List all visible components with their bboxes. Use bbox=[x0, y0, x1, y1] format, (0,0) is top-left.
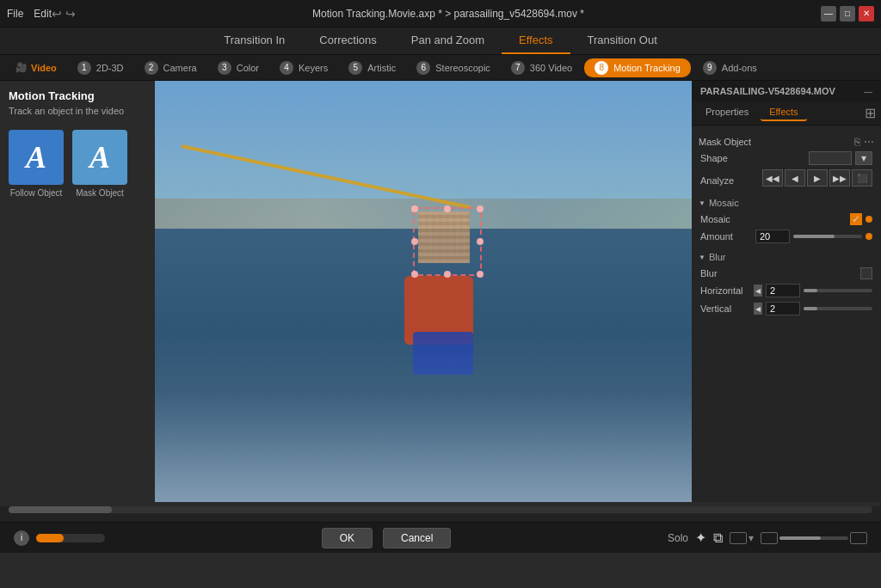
amount-slider[interactable] bbox=[793, 235, 862, 238]
close-button[interactable]: ✕ bbox=[859, 6, 874, 21]
add-effect-icon[interactable]: ⊞ bbox=[865, 105, 876, 121]
properties-tab[interactable]: Properties bbox=[697, 105, 757, 121]
mask-copy-icon[interactable]: ⎘ bbox=[854, 136, 860, 148]
blur-row: Blur bbox=[699, 267, 874, 279]
mask-object-row: Mask Object ⎘ ⋯ bbox=[699, 132, 874, 151]
mask-options-icon[interactable]: ⋯ bbox=[864, 136, 874, 148]
menu-edit[interactable]: Edit bbox=[34, 8, 52, 20]
amount-keyframe-dot[interactable] bbox=[866, 233, 872, 240]
tab-pan-zoom[interactable]: Pan and Zoom bbox=[394, 28, 502, 54]
vertical-decrement[interactable]: ◀ bbox=[754, 303, 762, 315]
progress-track[interactable] bbox=[36, 534, 105, 542]
main-content: Motion Tracking Track an object in the v… bbox=[0, 81, 881, 502]
shape-dropdown[interactable]: ▾ bbox=[855, 151, 872, 165]
effects-tab-color[interactable]: 3 Color bbox=[209, 58, 268, 77]
tracking-dot-bm bbox=[444, 271, 451, 278]
vertical-value: ◀ bbox=[754, 302, 872, 315]
right-panel-content: Mask Object ⎘ ⋯ Shape ▾ Analyze ◀◀ ◀ bbox=[692, 126, 881, 502]
amount-label: Amount bbox=[700, 231, 733, 242]
horizontal-input[interactable] bbox=[766, 284, 800, 297]
top-navigation: Transition In Corrections Pan and Zoom E… bbox=[0, 28, 881, 55]
menu-bar: File Edit bbox=[7, 8, 52, 20]
bottom-bar: i OK Cancel Solo ✦ ⧉ ▾ bbox=[0, 522, 881, 553]
mosaic-amount-row: Amount bbox=[699, 230, 874, 243]
external-link-icon[interactable]: ⧉ bbox=[713, 530, 723, 546]
tracking-dot-tm bbox=[444, 205, 451, 212]
panel-collapse-icon[interactable]: — bbox=[864, 87, 872, 96]
analyze-stop[interactable]: ⬛ bbox=[852, 169, 872, 187]
effects-tab-camera[interactable]: 2 Camera bbox=[136, 58, 206, 77]
mosaic-header: Mosaic bbox=[699, 196, 874, 210]
effects-tab-stereoscopic[interactable]: 6 Stereoscopic bbox=[408, 58, 499, 77]
cancel-button[interactable]: Cancel bbox=[383, 528, 451, 548]
analyze-next-end[interactable]: ▶▶ bbox=[829, 169, 850, 187]
compass-icon[interactable]: ✦ bbox=[695, 530, 706, 546]
analyze-controls: ◀◀ ◀ ▶ ▶▶ ⬛ bbox=[762, 169, 872, 187]
follow-object-label: Follow Object bbox=[10, 188, 63, 198]
effects-tab-artistic[interactable]: 5 Artistic bbox=[340, 58, 404, 77]
blur-checkbox[interactable] bbox=[860, 267, 872, 279]
vertical-slider[interactable] bbox=[804, 307, 872, 310]
analyze-label: Analyze bbox=[700, 175, 734, 186]
view-controls: ▾ bbox=[730, 532, 754, 544]
maximize-button[interactable]: □ bbox=[840, 6, 855, 21]
mask-object-label: Mask Object bbox=[699, 137, 751, 147]
follow-object-item[interactable]: A Follow Object bbox=[9, 130, 64, 198]
effects-tab-keyers[interactable]: 4 Keyers bbox=[271, 58, 336, 77]
mask-object-label: Mask Object bbox=[76, 188, 124, 198]
vertical-input[interactable] bbox=[766, 302, 800, 315]
view-icon-1[interactable] bbox=[730, 532, 747, 544]
tab-corrections[interactable]: Corrections bbox=[302, 28, 393, 54]
window-controls: — □ ✕ bbox=[821, 6, 874, 21]
redo-icon[interactable]: ↪ bbox=[65, 7, 76, 21]
horizontal-scrollbar[interactable] bbox=[9, 506, 872, 513]
zoom-icon[interactable] bbox=[761, 532, 778, 544]
shape-selector[interactable] bbox=[809, 151, 852, 165]
mosaic-checkbox[interactable]: ✓ bbox=[850, 213, 862, 225]
scrollbar-thumb[interactable] bbox=[9, 506, 112, 513]
horizontal-row: Horizontal ◀ bbox=[699, 284, 874, 297]
mask-object-item[interactable]: A Mask Object bbox=[72, 130, 127, 198]
bottom-left: i bbox=[14, 530, 105, 546]
effects-tab-360video[interactable]: 7 360 Video bbox=[502, 58, 581, 77]
scroll-area bbox=[0, 506, 881, 522]
tracking-dot-mr bbox=[477, 238, 484, 245]
info-button[interactable]: i bbox=[14, 530, 29, 546]
mask-object-icon[interactable]: A bbox=[72, 130, 127, 185]
mosaic-label: Mosaic bbox=[700, 214, 730, 224]
minimize-button[interactable]: — bbox=[821, 6, 836, 21]
analyze-prev[interactable]: ◀ bbox=[785, 169, 805, 187]
effects-tab-motion-tracking[interactable]: 8 Motion Tracking bbox=[584, 58, 691, 77]
view-dropdown[interactable]: ▾ bbox=[749, 532, 754, 544]
effects-tab-video[interactable]: 🎥 Video bbox=[7, 59, 65, 76]
tab-transition-in[interactable]: Transition In bbox=[206, 28, 302, 54]
video-preview bbox=[155, 81, 692, 502]
right-panel-header: PARASAILING-V5428694.MOV — bbox=[692, 81, 881, 101]
video-icon: 🎥 bbox=[15, 62, 28, 73]
vertical-slider-fill bbox=[804, 307, 817, 310]
right-panel: PARASAILING-V5428694.MOV — Properties Ef… bbox=[692, 81, 881, 502]
menu-file[interactable]: File bbox=[7, 8, 23, 20]
tab-effects[interactable]: Effects bbox=[502, 28, 570, 54]
horizontal-slider[interactable] bbox=[804, 289, 872, 292]
analyze-next[interactable]: ▶ bbox=[807, 169, 828, 187]
undo-redo-group: ↩ ↪ bbox=[52, 7, 76, 21]
mosaic-keyframe-dot[interactable] bbox=[866, 216, 872, 223]
zoom-slider[interactable] bbox=[779, 536, 848, 540]
panel-subtitle: Track an object in the video bbox=[9, 106, 146, 116]
ok-button[interactable]: OK bbox=[322, 528, 373, 548]
horizontal-decrement[interactable]: ◀ bbox=[754, 285, 762, 297]
undo-icon[interactable]: ↩ bbox=[52, 7, 62, 21]
mosaic-section: Mosaic Mosaic ✓ Amount bbox=[699, 196, 874, 243]
effects-tab-2d3d[interactable]: 1 2D-3D bbox=[69, 58, 132, 77]
zoom-fill bbox=[779, 536, 821, 540]
effects-tab[interactable]: Effects bbox=[761, 105, 806, 121]
tab-transition-out[interactable]: Transition Out bbox=[570, 28, 675, 54]
zoom-controls bbox=[761, 532, 867, 544]
bottom-right: Solo ✦ ⧉ ▾ bbox=[668, 530, 867, 546]
analyze-prev-start[interactable]: ◀◀ bbox=[762, 169, 783, 187]
follow-object-icon[interactable]: A bbox=[9, 130, 64, 185]
fullscreen-icon[interactable] bbox=[850, 532, 867, 544]
amount-input[interactable] bbox=[755, 230, 790, 243]
effects-tab-addons[interactable]: 9 Add-ons bbox=[694, 58, 766, 77]
